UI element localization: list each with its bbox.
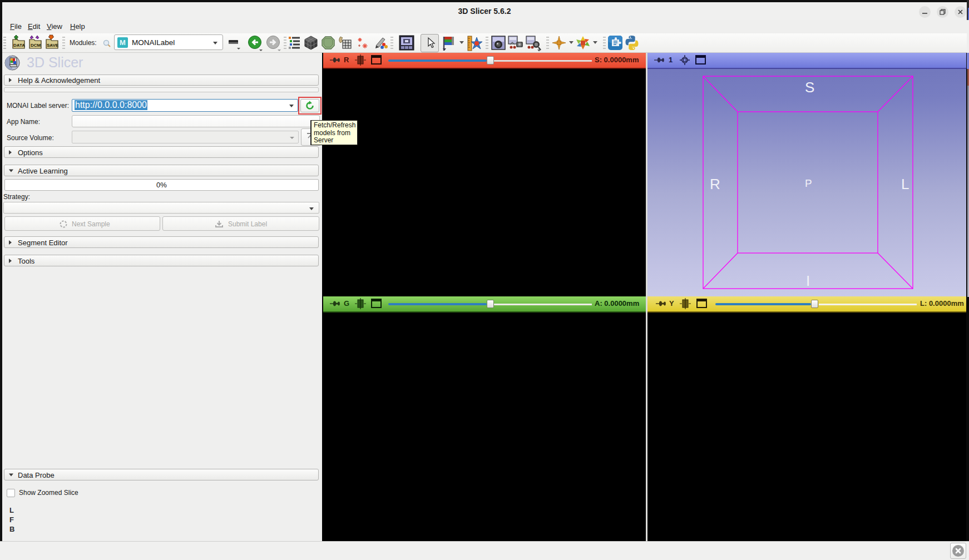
svg-text:DCM: DCM [31, 43, 41, 48]
svg-text:P: P [805, 177, 812, 189]
svg-text:SAVE: SAVE [47, 43, 59, 48]
svg-text:S: S [805, 79, 814, 96]
svg-text:DATA: DATA [13, 43, 25, 48]
svg-text:R: R [710, 176, 720, 192]
svg-text:L: L [901, 176, 909, 192]
svg-text:I: I [806, 272, 810, 289]
